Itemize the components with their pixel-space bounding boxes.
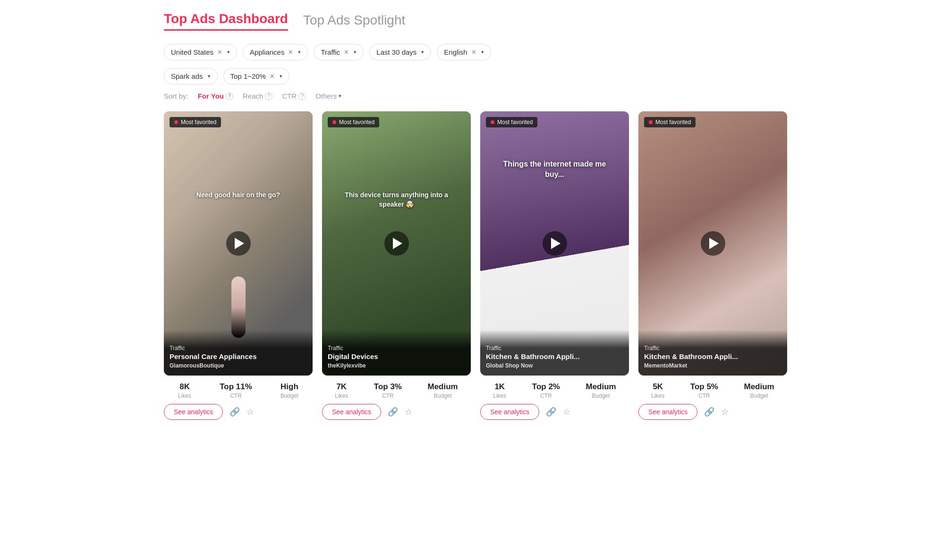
filter-period-arrow[interactable]: ▾	[421, 49, 424, 55]
sort-label: Sort by:	[164, 92, 188, 100]
stat-likes-1-label: Likes	[178, 393, 191, 399]
ad-card-1: Most favorited Need good hair on the go?…	[164, 111, 313, 420]
star-icon-4[interactable]: ☆	[721, 407, 729, 417]
card-2-overlay-text: This device turns anything into a speake…	[337, 191, 456, 209]
link-icon-1[interactable]: 🔗	[229, 407, 240, 417]
stat-ctr-3-value: Top 2%	[532, 382, 560, 392]
sort-row: Sort by: For You ? Reach ? CTR ? Others …	[164, 92, 787, 100]
stat-likes-3: 1K Likes	[493, 382, 506, 399]
sort-ctr-help-icon[interactable]: ?	[298, 92, 306, 100]
filter-country-label: United States	[171, 48, 213, 56]
stat-ctr-3-label: CTR	[532, 393, 560, 399]
card-3-play-button[interactable]	[543, 231, 567, 256]
card-3-video[interactable]: Most favorited Things the internet made …	[480, 111, 629, 376]
stat-ctr-1-value: Top 11%	[220, 382, 252, 392]
stat-budget-3-value: Medium	[586, 382, 616, 392]
card-2-play-button[interactable]	[384, 231, 409, 256]
see-analytics-button-1[interactable]: See analytics	[164, 404, 223, 420]
card-4-caption: Traffic Kitchen & Bathroom Appli... Meme…	[638, 330, 787, 376]
filter-period[interactable]: Last 30 days ▾	[369, 44, 431, 60]
filter-rank-close[interactable]: ✕	[270, 73, 275, 80]
card-2-ad-category: Digital Devices	[328, 352, 465, 361]
filters-row-1: United States ✕ ▾ Appliances ✕ ▾ Traffic…	[164, 44, 787, 60]
link-icon-2[interactable]: 🔗	[388, 407, 398, 417]
stat-likes-4-value: 5K	[651, 382, 664, 392]
filter-language-arrow[interactable]: ▾	[481, 49, 484, 55]
card-4-video[interactable]: Most favorited Traffic Kitchen & Bathroo…	[638, 111, 787, 376]
badge-dot-icon-3	[491, 120, 494, 124]
tab-dashboard[interactable]: Top Ads Dashboard	[164, 11, 288, 31]
filter-language-label: English	[444, 48, 467, 56]
star-icon-1[interactable]: ☆	[246, 407, 254, 417]
filter-country[interactable]: United States ✕ ▾	[164, 44, 237, 60]
tab-bar: Top Ads Dashboard Top Ads Spotlight	[164, 11, 787, 31]
card-1-video[interactable]: Most favorited Need good hair on the go?…	[164, 111, 313, 376]
ad-card-3: Most favorited Things the internet made …	[480, 111, 629, 420]
card-4-account: MementoMarket	[644, 362, 781, 369]
stat-likes-2-value: 7K	[335, 382, 348, 392]
card-4-actions: See analytics 🔗 ☆	[638, 404, 787, 420]
filter-country-close[interactable]: ✕	[217, 49, 222, 56]
see-analytics-button-2[interactable]: See analytics	[322, 404, 381, 420]
card-3-actions: See analytics 🔗 ☆	[480, 404, 629, 420]
see-analytics-button-3[interactable]: See analytics	[480, 404, 539, 420]
filter-objective-label: Traffic	[321, 48, 340, 56]
card-2-actions: See analytics 🔗 ☆	[322, 404, 471, 420]
ad-card-2: Most favorited This device turns anythin…	[322, 111, 471, 420]
card-3-badge: Most favorited	[486, 117, 537, 127]
stat-ctr-2-label: CTR	[374, 393, 402, 399]
card-1-account: GlamorousBoutique	[170, 362, 307, 369]
sort-foryou-help-icon[interactable]: ?	[226, 92, 233, 100]
stat-likes-2: 7K Likes	[335, 382, 348, 399]
filter-adtype-arrow[interactable]: ▾	[208, 73, 211, 79]
card-2-ad-type: Traffic	[328, 345, 465, 351]
filter-objective-close[interactable]: ✕	[344, 49, 349, 56]
filter-objective[interactable]: Traffic ✕ ▾	[314, 44, 364, 60]
stat-budget-3-label: Budget	[586, 393, 616, 399]
link-icon-3[interactable]: 🔗	[546, 407, 556, 417]
sort-option-ctr[interactable]: CTR ?	[282, 92, 306, 100]
card-4-play-button[interactable]	[701, 231, 725, 256]
tab-spotlight[interactable]: Top Ads Spotlight	[303, 13, 405, 31]
filter-category-close[interactable]: ✕	[288, 49, 293, 56]
card-2-stats: 7K Likes Top 3% CTR Medium Budget	[322, 382, 471, 399]
stat-budget-4: Medium Budget	[744, 382, 774, 399]
filter-country-arrow[interactable]: ▾	[227, 49, 230, 55]
sort-reach-help-icon[interactable]: ?	[265, 92, 272, 100]
stat-ctr-4-value: Top 5%	[690, 382, 718, 392]
stat-ctr-2-value: Top 3%	[374, 382, 402, 392]
filter-rank-arrow[interactable]: ▾	[280, 73, 282, 79]
card-3-account: Global Shop Now	[486, 362, 623, 369]
page-container: Top Ads Dashboard Top Ads Spotlight Unit…	[145, 0, 806, 431]
card-1-play-button[interactable]	[226, 231, 251, 256]
stat-budget-3: Medium Budget	[586, 382, 616, 399]
filter-language-close[interactable]: ✕	[471, 49, 476, 56]
filters-row-2: Spark ads ▾ Top 1~20% ✕ ▾	[164, 68, 787, 84]
card-4-ad-type: Traffic	[644, 345, 781, 351]
see-analytics-button-4[interactable]: See analytics	[638, 404, 697, 420]
stat-likes-3-label: Likes	[493, 393, 506, 399]
filter-rank[interactable]: Top 1~20% ✕ ▾	[223, 68, 289, 84]
card-3-ad-type: Traffic	[486, 345, 623, 351]
filter-category[interactable]: Appliances ✕ ▾	[243, 44, 308, 60]
link-icon-4[interactable]: 🔗	[704, 407, 714, 417]
card-4-badge-label: Most favorited	[655, 119, 691, 125]
stat-budget-4-value: Medium	[744, 382, 774, 392]
filter-category-arrow[interactable]: ▾	[298, 49, 301, 55]
card-1-stats: 8K Likes Top 11% CTR High Budget	[164, 382, 313, 399]
sort-option-foryou[interactable]: For You ?	[198, 92, 233, 100]
filter-objective-arrow[interactable]: ▾	[354, 49, 357, 55]
stat-likes-4-label: Likes	[651, 393, 664, 399]
star-icon-2[interactable]: ☆	[405, 407, 412, 417]
filter-language[interactable]: English ✕ ▾	[437, 44, 491, 60]
sort-option-reach[interactable]: Reach ?	[243, 92, 272, 100]
stat-budget-2-value: Medium	[427, 382, 458, 392]
filter-period-label: Last 30 days	[376, 48, 416, 56]
filter-adtype[interactable]: Spark ads ▾	[164, 68, 218, 84]
sort-option-others[interactable]: Others ▾	[315, 92, 341, 100]
stat-budget-1-label: Budget	[280, 393, 298, 399]
card-2-video[interactable]: Most favorited This device turns anythin…	[322, 111, 471, 376]
stat-budget-2: Medium Budget	[427, 382, 458, 399]
badge-dot-icon	[174, 120, 178, 124]
star-icon-3[interactable]: ☆	[563, 407, 570, 417]
